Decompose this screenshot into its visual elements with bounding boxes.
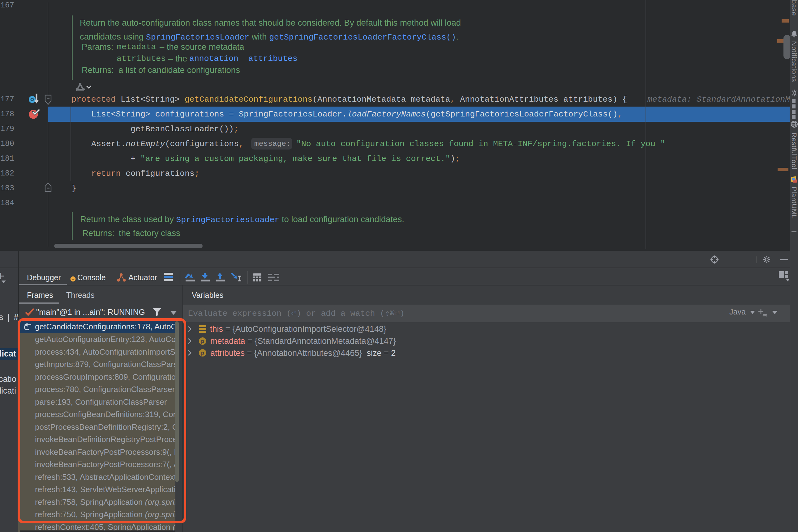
svg-text:p: p <box>201 350 204 356</box>
svg-text:p: p <box>201 338 204 344</box>
